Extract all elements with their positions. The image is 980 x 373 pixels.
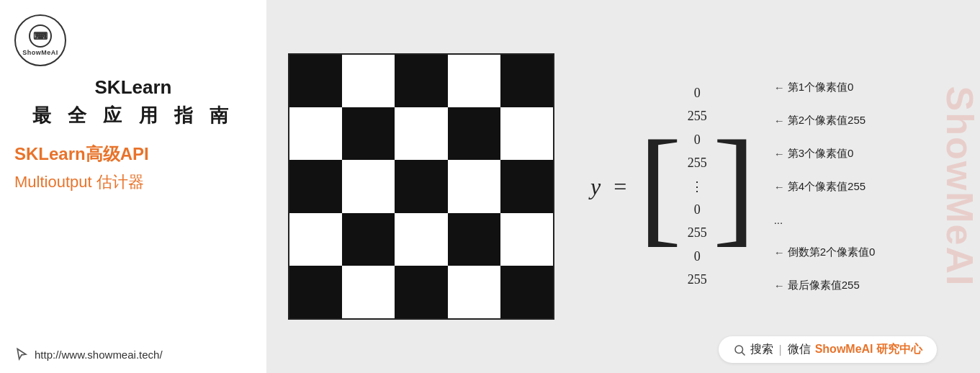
- checkerboard-cell: [342, 55, 395, 107]
- checkerboard-cell: [500, 266, 553, 318]
- checkerboard-cell: [500, 55, 553, 107]
- sidebar: ⌨ ShowMeAI SKLearn 最 全 应 用 指 南 SKLearn高级…: [0, 0, 266, 373]
- checkerboard-cell: [395, 107, 447, 160]
- checkerboard-cell: [448, 160, 500, 212]
- vector-value: 255: [688, 153, 707, 173]
- checkerboard-cell: [395, 266, 447, 318]
- vector-value: ⋮: [691, 177, 703, 197]
- main-content: y = [ 02550255⋮02550255 ] ← 第1个像素值0← 第2个…: [266, 0, 980, 373]
- variable-y: y: [590, 174, 601, 199]
- sidebar-subtitle: 最 全 应 用 指 南: [14, 103, 252, 128]
- checkerboard-cell: [395, 55, 447, 107]
- annotation-text: ...: [774, 214, 783, 226]
- checkerboard-cell: [500, 213, 553, 266]
- logo-inner-circle: ⌨: [29, 24, 52, 48]
- sidebar-api-title: SKLearn高级API: [14, 143, 252, 166]
- url-text: http://www.showmeai.tech/: [35, 349, 163, 361]
- formula-container: y = [ 02550255⋮02550255 ] ← 第1个像素值0← 第2个…: [590, 75, 875, 298]
- checkerboard-cell: [342, 160, 395, 212]
- logo-symbol: ⌨: [33, 30, 48, 42]
- vector-value: 0: [694, 84, 701, 103]
- checkerboard-cell: [289, 55, 342, 107]
- logo-text: ShowMeAI: [22, 49, 58, 56]
- checkerboard-cell: [448, 266, 500, 318]
- annotations: ← 第1个像素值0← 第2个像素值255← 第3个像素值0← 第4个像素值255…: [774, 75, 876, 298]
- cursor-icon: [14, 347, 29, 361]
- annotation-line: ← 第4个像素值255: [774, 180, 876, 194]
- annotation-arrow: ←: [774, 246, 785, 259]
- annotation-line: ...: [774, 214, 876, 226]
- formula-lhs: y =: [590, 174, 628, 200]
- annotation-text: 倒数第2个像素值0: [788, 246, 876, 259]
- checkerboard-cell: [448, 55, 500, 107]
- vector-value: 0: [694, 247, 701, 266]
- vector-value: 255: [688, 270, 707, 289]
- svg-point-0: [735, 346, 743, 354]
- logo-area: ⌨ ShowMeAI: [14, 14, 66, 66]
- wechat-label: 微信: [788, 342, 811, 357]
- checkerboard-cell: [500, 160, 553, 212]
- annotation-arrow: ←: [774, 279, 785, 292]
- vector-value: 255: [688, 107, 707, 126]
- annotation-line: ← 第1个像素值0: [774, 81, 876, 94]
- formula-area: y = [ 02550255⋮02550255 ] ← 第1个像素值0← 第2个…: [576, 0, 980, 373]
- annotation-arrow: ←: [774, 181, 785, 193]
- bracket-group: [ 02550255⋮02550255 ]: [639, 75, 756, 298]
- checkerboard-cell: [289, 107, 342, 160]
- annotation-text: 第4个像素值255: [788, 180, 866, 194]
- checkerboard-cell: [289, 160, 342, 212]
- bottom-bar-divider: |: [779, 343, 782, 356]
- brand-text: ShowMeAI 研究中心: [815, 342, 922, 357]
- annotation-text: 第1个像素值0: [788, 81, 854, 94]
- bracket-left: [: [639, 75, 682, 298]
- vector-values: 02550255⋮02550255: [682, 75, 713, 298]
- annotation-line: ← 最后像素值255: [774, 279, 876, 292]
- annotation-line: ← 第3个像素值0: [774, 147, 876, 161]
- checkerboard-cell: [289, 266, 342, 318]
- checkerboard-cell: [448, 107, 500, 160]
- checkerboard-cell: [289, 213, 342, 266]
- bottom-bar[interactable]: 搜索 | 微信 ShowMeAI 研究中心: [719, 336, 938, 363]
- vector-value: 0: [694, 130, 701, 150]
- bracket-right: ]: [713, 75, 756, 298]
- annotation-arrow: ←: [774, 148, 785, 160]
- sidebar-url[interactable]: http://www.showmeai.tech/: [14, 347, 163, 361]
- checkerboard-cell: [395, 213, 447, 266]
- checkerboard-cell: [500, 107, 553, 160]
- svg-line-1: [742, 352, 745, 355]
- vector-value: 255: [688, 223, 707, 243]
- checkerboard-cell: [342, 107, 395, 160]
- page-container: ⌨ ShowMeAI SKLearn 最 全 应 用 指 南 SKLearn高级…: [0, 0, 980, 373]
- annotation-text: 最后像素值255: [788, 279, 860, 292]
- search-label: 搜索: [750, 342, 773, 357]
- checkerboard-cell: [448, 213, 500, 266]
- search-icon: [733, 343, 746, 356]
- sidebar-title: SKLearn: [14, 76, 252, 99]
- annotation-arrow: ←: [774, 81, 785, 94]
- annotation-line: ← 第2个像素值255: [774, 114, 876, 127]
- checkerboard-area: [266, 0, 576, 373]
- checkerboard-cell: [342, 213, 395, 266]
- checkerboard-image: [288, 53, 554, 320]
- annotation-line: ← 倒数第2个像素值0: [774, 246, 876, 259]
- logo-circle: ⌨ ShowMeAI: [14, 14, 66, 66]
- sidebar-api-subtitle: Multioutput 估计器: [14, 171, 252, 193]
- vector-value: 0: [694, 200, 701, 220]
- checkerboard-cell: [395, 160, 447, 212]
- checkerboard-cell: [342, 266, 395, 318]
- annotation-text: 第3个像素值0: [788, 147, 854, 161]
- annotation-arrow: ←: [774, 114, 785, 127]
- annotation-text: 第2个像素值255: [788, 114, 866, 127]
